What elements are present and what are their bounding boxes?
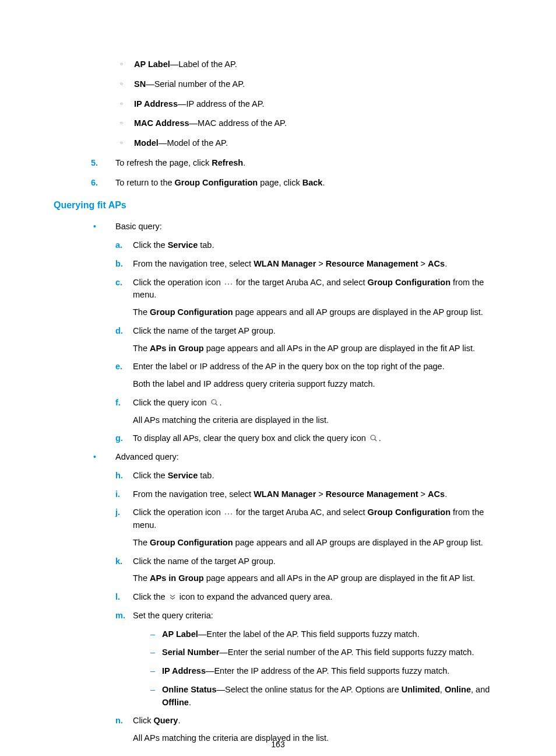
step-l: l.Click the icon to expand the advanced … (115, 591, 502, 604)
expand-down-icon (169, 594, 176, 601)
step-f: f.Click the query icon . All APs matchin… (115, 397, 502, 427)
svg-point-9 (231, 513, 232, 514)
svg-point-2 (231, 284, 232, 285)
criteria-item: AP Label—Enter the label of the AP. This… (150, 628, 502, 641)
step-m: m.Set the query criteria: AP Label—Enter… (115, 610, 502, 709)
step-h: h.Click the Service tab. (115, 470, 502, 482)
list-item: MAC Address—MAC address of the AP. (120, 117, 502, 130)
more-icon (224, 512, 233, 516)
criteria-item: Serial Number—Enter the serial number of… (150, 646, 502, 659)
step-d: d.Click the name of the target AP group.… (115, 325, 502, 355)
field-list: AP Label—Label of the AP. SN—Serial numb… (54, 58, 502, 150)
svg-point-5 (371, 435, 375, 440)
step-6: 6. To return to the Group Configuration … (91, 177, 502, 190)
list-item: IP Address—IP address of the AP. (120, 98, 502, 111)
step-i: i.From the navigation tree, select WLAN … (115, 488, 502, 501)
svg-point-0 (225, 284, 226, 285)
query-types: Basic query: a.Click the Service tab. b.… (54, 220, 502, 745)
list-item: AP Label—Label of the AP. (120, 58, 502, 71)
svg-line-4 (216, 404, 217, 405)
numbered-steps: 5. To refresh the page, click Refresh. 6… (54, 157, 502, 190)
step-j: j.Click the operation icon for the targe… (115, 506, 502, 549)
step-g: g.To display all APs, clear the query bo… (115, 432, 502, 445)
svg-point-3 (212, 400, 216, 404)
advanced-query: Advanced query: h.Click the Service tab.… (91, 451, 502, 745)
criteria-item: Online Status—Select the online status f… (150, 684, 502, 709)
criteria-item: IP Address—Enter the IP address of the A… (150, 665, 502, 678)
step-c: c.Click the operation icon for the targe… (115, 276, 502, 319)
svg-point-7 (225, 513, 226, 514)
svg-line-6 (375, 439, 376, 441)
more-icon (224, 282, 233, 286)
basic-query: Basic query: a.Click the Service tab. b.… (91, 220, 502, 445)
search-icon (210, 398, 219, 407)
step-5: 5. To refresh the page, click Refresh. (91, 157, 502, 170)
section-heading: Querying fit APs (54, 198, 502, 212)
step-k: k.Click the name of the target AP group.… (115, 555, 502, 586)
list-item: Model—Model of the AP. (120, 137, 502, 150)
svg-point-8 (228, 513, 229, 514)
step-e: e.Enter the label or IP address of the A… (115, 360, 502, 391)
search-icon (370, 434, 378, 442)
step-a: a.Click the Service tab. (115, 239, 502, 252)
svg-point-1 (228, 284, 229, 285)
page-number: 163 (0, 738, 556, 751)
list-item: SN—Serial number of the AP. (120, 78, 502, 91)
step-b: b.From the navigation tree, select WLAN … (115, 258, 502, 271)
